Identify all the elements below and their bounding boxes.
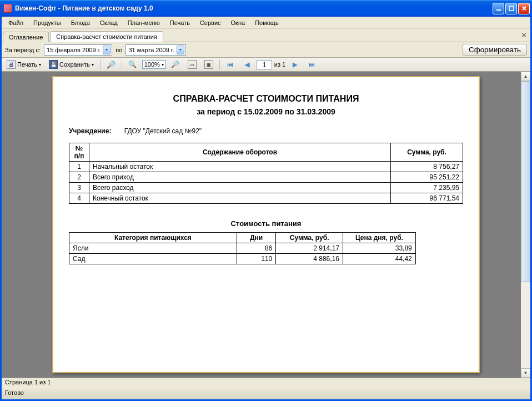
- zoom-out-button[interactable]: 🔍: [126, 58, 140, 71]
- institution-label: Учреждение:: [69, 127, 111, 135]
- report-area: СПРАВКА-РАСЧЕТ СТОИМОСТИ ПИТАНИЯ за пери…: [2, 72, 530, 378]
- scroll-thumb[interactable]: [521, 81, 530, 282]
- status-bar: Готово: [2, 388, 530, 399]
- to-label: по: [116, 47, 122, 53]
- separator: [219, 59, 220, 69]
- menu-stock[interactable]: Склад: [96, 18, 122, 27]
- dropdown-icon[interactable]: ▾: [103, 46, 111, 54]
- ready-status: Готово: [5, 389, 24, 396]
- table-row: Сад1104 886,1644,42: [69, 254, 416, 264]
- table-row: 2Всего приход95 251,22: [69, 172, 463, 183]
- save-label: Сохранить: [59, 61, 90, 68]
- save-button[interactable]: 💾 Сохранить ▾: [46, 58, 97, 71]
- last-page-icon: ⏭: [307, 60, 316, 69]
- period-label: За период с:: [5, 47, 41, 53]
- dropdown-arrow-icon: ▾: [162, 62, 164, 67]
- fit-page-button[interactable]: ▭: [185, 58, 199, 71]
- maximize-button[interactable]: [505, 3, 517, 14]
- save-icon: 💾: [49, 60, 58, 69]
- first-page-icon: ⏮: [226, 60, 235, 69]
- tab-contents-label: Оглавление: [9, 34, 43, 41]
- report-toolbar: 🖨 Печать ▾ 💾 Сохранить ▾ 🔎 🔍 100% ▾ 🔎 ▭ …: [2, 58, 530, 72]
- separator: [122, 59, 122, 69]
- col-header-sum: Сумма, руб.: [276, 233, 343, 243]
- menubar: Файл Продукты Блюда Склад План-меню Печа…: [2, 17, 530, 29]
- table-row: Ясли862 914,1733,89: [69, 243, 416, 254]
- table-row: 1Начальный остаток8 756,27: [69, 162, 463, 172]
- page-status-bar: Страница 1 из 1: [2, 378, 530, 388]
- svg-rect-0: [496, 9, 501, 11]
- tab-close-icon[interactable]: ✕: [521, 31, 527, 39]
- vertical-scrollbar[interactable]: ▲ ▼: [521, 72, 530, 378]
- institution-row: Учреждение: ГДОУ "Детский сад №92": [69, 127, 463, 135]
- zoom-in-icon: 🔎: [171, 60, 180, 69]
- menu-file[interactable]: Файл: [4, 18, 28, 27]
- scroll-down-button[interactable]: ▼: [521, 368, 530, 378]
- zoom-input[interactable]: 100% ▾: [142, 60, 166, 69]
- institution-value: ГДОУ "Детский сад №92": [124, 127, 202, 135]
- prev-page-icon: ◀: [243, 60, 252, 69]
- svg-rect-1: [509, 6, 514, 11]
- form-button[interactable]: Сформировать: [463, 44, 527, 56]
- binoculars-icon: 🔎: [107, 60, 116, 69]
- menu-help[interactable]: Помощь: [250, 18, 283, 27]
- first-page-button[interactable]: ⏮: [223, 58, 238, 71]
- report-page: СПРАВКА-РАСЧЕТ СТОИМОСТИ ПИТАНИЯ за пери…: [52, 76, 480, 373]
- tab-report[interactable]: Справка-расчет стоимости питания: [50, 31, 163, 42]
- report-subtitle: за период с 15.02.2009 по 31.03.2009: [69, 107, 463, 116]
- table-row: 3Всего расход7 235,95: [69, 183, 463, 193]
- page-status: Страница 1 из 1: [5, 379, 51, 385]
- table-row: 4Конечный остаток96 771,54: [69, 193, 463, 204]
- page-of-label: из 1: [274, 61, 285, 68]
- zoom-in-button[interactable]: 🔎: [168, 58, 183, 71]
- zoom-value: 100%: [144, 61, 160, 68]
- zoom-out-icon: 🔍: [128, 60, 137, 69]
- prev-page-button[interactable]: ◀: [240, 58, 254, 71]
- tab-contents[interactable]: Оглавление: [3, 32, 49, 42]
- printer-icon: 🖨: [7, 60, 16, 69]
- date-from-value: 15 февраля 2009 г.: [47, 47, 101, 53]
- minimize-button[interactable]: [493, 3, 504, 14]
- print-button[interactable]: 🖨 Печать ▾: [4, 58, 44, 71]
- date-to-input[interactable]: 31 марта 2009 г. ▾: [126, 44, 185, 56]
- thumbnails-icon: ▦: [204, 60, 213, 69]
- turnover-table: № п/п Содержание оборотов Сумма, руб. 1Н…: [69, 143, 463, 204]
- titlebar: Вижен-Софт - Питание в детском саду 1.0: [0, 0, 532, 17]
- last-page-button[interactable]: ⏭: [304, 58, 319, 71]
- scroll-up-button[interactable]: ▲: [521, 72, 530, 81]
- page-input[interactable]: [257, 60, 272, 69]
- dropdown-icon[interactable]: ▾: [177, 46, 184, 54]
- next-page-button[interactable]: ▶: [288, 58, 302, 71]
- dropdown-arrow-icon: ▾: [39, 62, 41, 67]
- col-header-days: Дни: [237, 233, 275, 243]
- print-label: Печать: [17, 61, 37, 68]
- filter-bar: За период с: 15 февраля 2009 г. ▾ по 31 …: [2, 42, 530, 58]
- menu-plan[interactable]: План-меню: [123, 18, 164, 27]
- menu-dishes[interactable]: Блюда: [67, 18, 94, 27]
- col-header-category: Категория питающихся: [69, 233, 237, 243]
- close-button[interactable]: [518, 3, 530, 14]
- col-header-desc: Содержание оборотов: [89, 143, 391, 162]
- col-header-price: Цена дня, руб.: [343, 233, 415, 243]
- report-title: СПРАВКА-РАСЧЕТ СТОИМОСТИ ПИТАНИЯ: [69, 94, 463, 104]
- menu-print[interactable]: Печать: [165, 18, 194, 27]
- col-header-sum: Сумма, руб.: [391, 143, 463, 162]
- scroll-track[interactable]: [521, 81, 530, 368]
- find-button[interactable]: 🔎: [104, 58, 118, 71]
- menu-products[interactable]: Продукты: [29, 18, 66, 27]
- menu-windows[interactable]: Окна: [227, 18, 250, 27]
- fit-page-icon: ▭: [188, 60, 197, 69]
- tabbar: Оглавление Справка-расчет стоимости пита…: [2, 29, 530, 42]
- app-icon: [3, 4, 12, 13]
- col-header-num: № п/п: [69, 143, 89, 162]
- subsection-title: Стоимость питания: [69, 219, 463, 228]
- tab-report-label: Справка-расчет стоимости питания: [56, 33, 157, 40]
- menu-service[interactable]: Сервис: [195, 18, 225, 27]
- window-title: Вижен-Софт - Питание в детском саду 1.0: [15, 4, 493, 12]
- separator: [100, 59, 101, 69]
- date-from-input[interactable]: 15 февраля 2009 г. ▾: [44, 44, 112, 56]
- dropdown-arrow-icon: ▾: [92, 62, 94, 67]
- cost-table: Категория питающихся Дни Сумма, руб. Цен…: [69, 232, 416, 264]
- thumbnails-button[interactable]: ▦: [202, 58, 216, 71]
- date-to-value: 31 марта 2009 г.: [128, 47, 174, 53]
